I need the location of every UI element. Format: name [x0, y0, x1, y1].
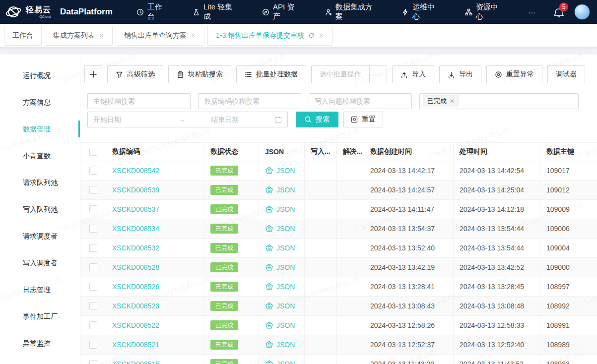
write-issue-search-input[interactable]: [309, 93, 412, 109]
data-code-link[interactable]: XSCKD008542: [112, 167, 159, 175]
nav-item-person[interactable]: 数据集成方案: [318, 0, 384, 24]
import-button[interactable]: 导入: [392, 65, 434, 83]
search-button[interactable]: 搜索: [296, 112, 338, 127]
json-link[interactable]: JSON: [265, 244, 295, 252]
date-range-picker[interactable]: →: [87, 112, 288, 127]
data-code-search-input[interactable]: [198, 93, 301, 109]
tab-close-icon[interactable]: [319, 33, 324, 38]
row-checkbox[interactable]: [89, 360, 97, 364]
created-time-cell: 2024-03-13 13:52:40: [364, 239, 454, 257]
json-link[interactable]: JSON: [265, 186, 295, 194]
sidebar-item-8[interactable]: 日志管理: [0, 276, 80, 303]
json-link[interactable]: JSON: [265, 167, 295, 175]
status-multiselect[interactable]: 已完成 ✕: [419, 93, 579, 109]
export-button[interactable]: 导出: [439, 65, 481, 83]
processed-time-cell: 2024-03-13 13:54:44: [454, 239, 540, 257]
nav-item-compass[interactable]: API 资产: [255, 0, 307, 24]
json-link[interactable]: JSON: [265, 263, 295, 272]
json-link[interactable]: JSON: [265, 302, 295, 310]
nav-item-label: 数据集成方案: [335, 2, 377, 21]
row-checkbox[interactable]: [89, 302, 97, 310]
advanced-filter-button[interactable]: 高级筛选: [107, 65, 163, 83]
data-code-link[interactable]: XSCKD008523: [112, 302, 159, 310]
json-link[interactable]: JSON: [265, 360, 295, 364]
data-code-cell: XSCKD008537: [106, 200, 204, 219]
primary-key-search-input[interactable]: [87, 93, 191, 109]
json-link[interactable]: JSON: [265, 225, 295, 233]
remove-tag-icon[interactable]: ✕: [450, 98, 455, 105]
row-checkbox[interactable]: [89, 263, 97, 271]
data-code-link[interactable]: XSCKD008526: [112, 283, 159, 291]
row-checkbox[interactable]: [89, 167, 97, 175]
sidebar-item-6[interactable]: 请求调度者: [0, 223, 80, 249]
notification-bell[interactable]: 5: [553, 6, 564, 18]
data-code-link[interactable]: XSCKD008537: [112, 205, 159, 213]
json-link[interactable]: JSON: [265, 321, 295, 330]
sidebar-item-2[interactable]: 数据管理: [0, 116, 80, 142]
search-button-label: 搜索: [316, 115, 330, 124]
select-all-checkbox[interactable]: [89, 148, 97, 156]
start-date-input[interactable]: [93, 116, 153, 123]
processed-time-cell: 2024-03-13 12:58:33: [454, 316, 540, 335]
data-code-link[interactable]: XSCKD008528: [112, 263, 159, 271]
json-link[interactable]: JSON: [265, 283, 295, 291]
json-link[interactable]: JSON: [265, 341, 295, 349]
status-badge: 已完成: [210, 301, 238, 311]
tab-refresh-icon[interactable]: [308, 32, 315, 39]
row-checkbox[interactable]: [89, 205, 97, 213]
row-checkbox[interactable]: [89, 341, 97, 349]
nav-item-clock[interactable]: 工作台: [130, 0, 175, 24]
filter-panel: 已完成 ✕ →: [87, 93, 597, 127]
end-date-input[interactable]: [211, 116, 270, 123]
row-checkbox[interactable]: [89, 321, 97, 329]
json-cell: JSON: [259, 355, 305, 364]
sidebar-item-10[interactable]: 异常监控: [0, 330, 80, 357]
tab-1[interactable]: 集成方案列表: [45, 26, 113, 46]
debugger-button[interactable]: 调试器: [547, 65, 585, 83]
table-row: XSCKD008523已完成JSON2024-03-13 13:08:43202…: [80, 297, 597, 316]
sidebar-item-7[interactable]: 写入调度者: [0, 249, 80, 276]
row-checkbox[interactable]: [89, 283, 97, 291]
tab-0[interactable]: 工作台: [4, 26, 42, 46]
data-code-link[interactable]: XSCKD008522: [112, 321, 159, 329]
person-icon: [325, 8, 332, 16]
tab-close-icon[interactable]: [191, 33, 196, 38]
paste-search-button[interactable]: 块粘贴搜索: [168, 65, 231, 83]
json-link-label: JSON: [276, 302, 295, 310]
sidebar-item-9[interactable]: 事件加工厂: [0, 303, 80, 330]
sidebar-item-3[interactable]: 小青查数: [0, 142, 80, 169]
data-code-link[interactable]: XSCKD008521: [112, 341, 159, 349]
data-code-link[interactable]: XSCKD008539: [112, 186, 159, 194]
row-checkbox[interactable]: [89, 186, 97, 194]
nav-item-more[interactable]: ···: [521, 0, 542, 24]
data-code-link[interactable]: XSCKD008515: [112, 360, 159, 364]
row-checkbox[interactable]: [89, 225, 97, 233]
nav-item-flask[interactable]: Lite 轻集成: [186, 0, 244, 24]
row-checkbox[interactable]: [89, 244, 97, 252]
processed-time-cell: 2024-03-13 13:54:44: [454, 219, 540, 238]
status-badge: 已完成: [210, 185, 238, 195]
brand[interactable]: 轻易云 QCloud DataPlatform: [5, 4, 113, 19]
json-link[interactable]: JSON: [265, 205, 295, 214]
reset-error-button[interactable]: 重置异常: [486, 65, 542, 83]
write-issue-cell: [305, 181, 337, 199]
tab-close-icon[interactable]: [99, 33, 104, 38]
nav-item-lightning[interactable]: 运维中心: [395, 0, 447, 24]
batch-process-button[interactable]: 批量处理数据: [236, 65, 306, 83]
nav-item-sitemap[interactable]: 资源中心: [458, 0, 510, 24]
tab-3[interactable]: 1-3.销售出库单保存提交审核: [207, 26, 332, 46]
user-avatar[interactable]: [574, 4, 590, 20]
data-code-link[interactable]: XSCKD008534: [112, 225, 159, 233]
column-header-6: 处理时间: [454, 143, 540, 161]
reset-button[interactable]: 重置: [343, 112, 383, 127]
sidebar-item-5[interactable]: 写入队列池: [0, 196, 80, 223]
data-code-link[interactable]: XSCKD008532: [112, 244, 159, 252]
table-row: XSCKD008542已完成JSON2024-03-13 14:42:17202…: [80, 161, 597, 181]
add-button[interactable]: [84, 65, 102, 83]
tab-2[interactable]: 销售出库单查询方案: [116, 26, 204, 46]
data-status-cell: 已完成: [204, 219, 259, 238]
sidebar-item-0[interactable]: 运行概况: [0, 62, 80, 89]
sidebar-item-4[interactable]: 请求队列池: [0, 169, 80, 196]
sidebar-item-1[interactable]: 方案信息: [0, 89, 80, 116]
table-row: XSCKD008522已完成JSON2024-03-13 12:58:26202…: [80, 316, 597, 335]
